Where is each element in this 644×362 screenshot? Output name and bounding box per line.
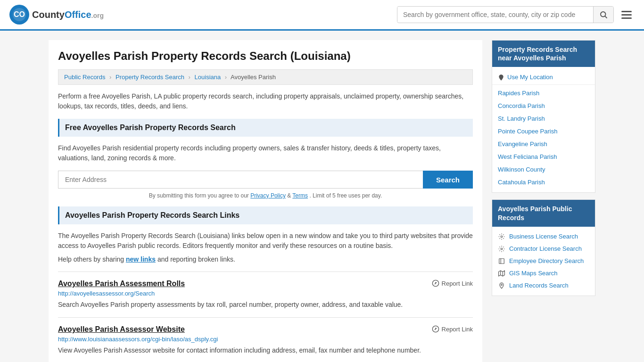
resource-item-2: Avoyelles Parish Assessor Website Report… xyxy=(58,317,473,362)
privacy-policy-link[interactable]: Privacy Policy xyxy=(250,192,286,199)
business-license-link[interactable]: Business License Search xyxy=(509,233,578,240)
resource-item-1: Avoyelles Parish Assessment Rolls Report… xyxy=(58,272,473,317)
svg-point-13 xyxy=(501,248,503,250)
sidebar-item-business-license[interactable]: Business License Search xyxy=(492,230,595,243)
employee-directory-link[interactable]: Employee Directory Search xyxy=(509,257,584,264)
page-title: Avoyelles Parish Property Records Search… xyxy=(58,49,473,63)
resource-url-1: http://avoyellesassessor.org/Search xyxy=(58,290,473,297)
header: CO CountyOffice.org xyxy=(0,0,644,31)
terms-link[interactable]: Terms xyxy=(292,192,308,199)
sidebar-item-rapides[interactable]: Rapides Parish xyxy=(492,87,595,99)
sidebar-item-west-feliciana[interactable]: West Feliciana Parish xyxy=(492,150,595,163)
land-records-link[interactable]: Land Records Search xyxy=(509,282,569,289)
svg-point-19 xyxy=(501,284,503,286)
sidebar-item-employee-directory[interactable]: Employee Directory Search xyxy=(492,255,595,267)
main-container: Avoyelles Parish Property Records Search… xyxy=(39,31,605,362)
svg-line-4 xyxy=(605,16,607,18)
sidebar-item-st-landry[interactable]: St. Landry Parish xyxy=(492,112,595,125)
contractor-license-link[interactable]: Contractor License Search xyxy=(509,245,582,252)
sidebar-nearby-header: Property Records Search near Avoyelles P… xyxy=(492,41,595,67)
sidebar-public-records-section: Avoyelles Parish Public Records Business… xyxy=(492,199,595,296)
header-search-input[interactable] xyxy=(397,7,593,22)
breadcrumb-link-louisiana[interactable]: Louisiana xyxy=(195,74,221,81)
header-search-button[interactable] xyxy=(593,7,613,23)
gear-sm-icon xyxy=(498,245,505,253)
svg-point-12 xyxy=(501,236,503,238)
form-disclaimer: By submitting this form you agree to our… xyxy=(58,192,473,199)
help-text: Help others by sharing new links and rep… xyxy=(58,255,473,263)
location-pin-icon xyxy=(498,74,504,81)
breadcrumb-current: Avoyelles Parish xyxy=(231,74,276,81)
sidebar-public-records-items: Business License Search Contractor Licen… xyxy=(492,227,595,296)
free-search-header: Free Avoyelles Parish Property Records S… xyxy=(58,119,473,137)
resource-url-2: http://www.louisianaassessors.org/cgi-bi… xyxy=(58,336,473,343)
sidebar: Property Records Search near Avoyelles P… xyxy=(492,40,595,362)
sidebar-public-records-header: Avoyelles Parish Public Records xyxy=(492,200,595,226)
breadcrumb-sep-1: › xyxy=(109,74,111,81)
menu-line-1 xyxy=(621,11,632,12)
links-section-header: Avoyelles Parish Property Records Search… xyxy=(58,206,473,224)
address-input[interactable] xyxy=(58,171,423,189)
report-link-button-2[interactable]: Report Link xyxy=(432,325,473,333)
header-right xyxy=(397,6,635,23)
links-description: The Avoyelles Parish Property Records Se… xyxy=(58,231,473,251)
sidebar-item-gis-maps[interactable]: GIS Maps Search xyxy=(492,267,595,280)
report-icon-2 xyxy=(432,325,439,333)
resource-desc-2: View Avoyelles Parish Assessor website f… xyxy=(58,346,473,355)
map-icon xyxy=(498,270,505,277)
search-icon xyxy=(599,10,608,19)
breadcrumb-sep-3: › xyxy=(225,74,227,81)
address-search-form: Search xyxy=(58,171,473,189)
resource-title-2[interactable]: Avoyelles Parish Assessor Website xyxy=(58,325,185,334)
resource-header-1: Avoyelles Parish Assessment Rolls Report… xyxy=(58,280,473,288)
sidebar-nearby-section: Property Records Search near Avoyelles P… xyxy=(492,40,595,193)
logo-area: CO CountyOffice.org xyxy=(9,5,104,25)
gis-maps-link[interactable]: GIS Maps Search xyxy=(509,270,558,277)
report-label-1: Report Link xyxy=(442,280,473,287)
sidebar-item-pointe-coupee[interactable]: Pointe Coupee Parish xyxy=(492,125,595,138)
new-links-link[interactable]: new links xyxy=(126,255,156,263)
sidebar-item-wilkinson[interactable]: Wilkinson County xyxy=(492,163,595,176)
breadcrumb-link-property-records[interactable]: Property Records Search xyxy=(116,74,184,81)
gear-icon xyxy=(498,233,505,240)
menu-line-2 xyxy=(621,14,632,16)
menu-line-3 xyxy=(621,17,632,19)
disclaimer-prefix: By submitting this form you agree to our xyxy=(149,192,250,199)
pin-icon xyxy=(498,282,505,289)
svg-point-3 xyxy=(601,12,606,17)
resource-desc-1: Search Avoyelles Parish property assessm… xyxy=(58,300,473,310)
report-link-button-1[interactable]: Report Link xyxy=(432,280,473,287)
report-label-2: Report Link xyxy=(442,326,473,333)
header-search-container xyxy=(397,6,614,23)
free-search-desc: Find Avoyelles Parish residential proper… xyxy=(58,143,473,163)
svg-rect-14 xyxy=(499,259,504,264)
breadcrumb: Public Records › Property Records Search… xyxy=(58,69,473,85)
breadcrumb-link-public-records[interactable]: Public Records xyxy=(64,74,105,81)
breadcrumb-sep-2: › xyxy=(189,74,190,81)
sidebar-item-catahoula[interactable]: Catahoula Parish xyxy=(492,176,595,189)
content-area: Avoyelles Parish Property Records Search… xyxy=(49,40,482,362)
menu-button[interactable] xyxy=(619,8,635,22)
logo-text: CountyOffice.org xyxy=(32,9,104,20)
logo-icon: CO xyxy=(9,5,29,25)
svg-marker-16 xyxy=(499,271,505,276)
sidebar-item-land-records[interactable]: Land Records Search xyxy=(492,280,595,292)
sidebar-nearby-items: Use My Location Rapides Parish Concordia… xyxy=(492,67,595,192)
resource-title-1[interactable]: Avoyelles Parish Assessment Rolls xyxy=(58,280,185,288)
disclaimer-and: & xyxy=(287,192,292,199)
resource-header-2: Avoyelles Parish Assessor Website Report… xyxy=(58,325,473,334)
intro-text: Perform a free Avoyelles Parish, LA publ… xyxy=(58,91,473,111)
sidebar-item-evangeline[interactable]: Evangeline Parish xyxy=(492,138,595,150)
use-location-link[interactable]: Use My Location xyxy=(507,74,553,81)
report-icon-1 xyxy=(432,280,439,287)
disclaimer-suffix: . Limit of 5 free uses per day. xyxy=(309,192,382,199)
help-prefix: Help others by sharing xyxy=(58,255,126,263)
svg-text:CO: CO xyxy=(14,10,25,18)
sidebar-item-concordia[interactable]: Concordia Parish xyxy=(492,99,595,112)
sidebar-item-contractor-license[interactable]: Contractor License Search xyxy=(492,243,595,255)
help-suffix: and reporting broken links. xyxy=(157,255,235,263)
book-icon xyxy=(498,257,505,265)
sidebar-use-location[interactable]: Use My Location xyxy=(492,71,595,85)
search-submit-button[interactable]: Search xyxy=(423,171,473,189)
